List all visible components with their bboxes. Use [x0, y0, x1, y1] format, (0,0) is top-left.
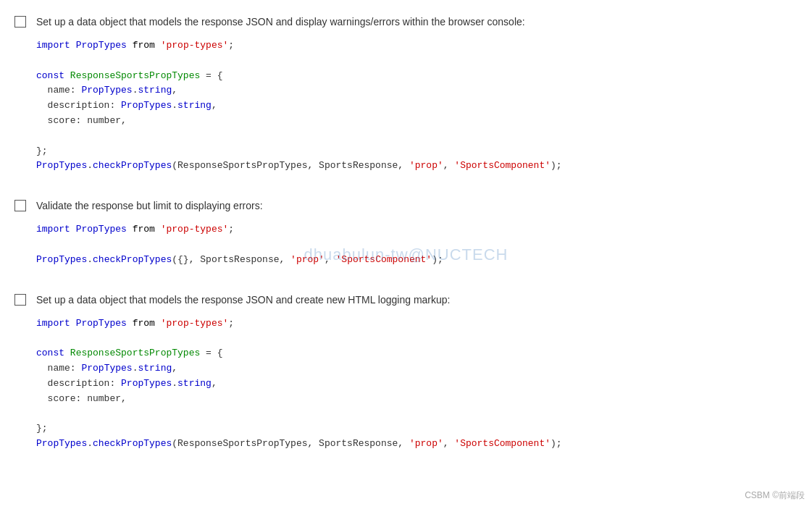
keyword-import: import — [36, 40, 70, 51]
string-arg-2: 'prop' — [409, 438, 443, 449]
code-line-1-0: import PropTypes from 'prop-types'; — [36, 38, 798, 54]
closing-brace: }; — [36, 423, 48, 434]
code-line-3-1 — [36, 331, 798, 346]
code-line-1-2: const ResponseSportsPropTypes = { — [36, 69, 798, 84]
arg-0: ResponseSportsPropTypes — [177, 160, 307, 171]
string-arg-3: 'SportsComponent' — [454, 160, 551, 171]
code-line-1-3: name: PropTypes.string, — [36, 83, 798, 98]
checkbox-1[interactable] — [14, 16, 26, 30]
question-text-1: Set up a data object that models the res… — [36, 14, 798, 30]
string-arg-2: 'prop' — [409, 160, 443, 171]
comma: , — [172, 85, 177, 96]
code-line-2-1 — [36, 237, 798, 253]
check-method: checkPropTypes — [93, 254, 172, 265]
code-block-3: import PropTypes from 'prop-types'; cons… — [36, 314, 798, 455]
code-line-1-1 — [36, 54, 798, 69]
indent — [36, 100, 48, 111]
prop-name: description: — [48, 378, 121, 389]
question-block-1: Set up a data object that models the res… — [14, 14, 798, 177]
close-paren-semi: ); — [551, 438, 562, 449]
prop-name: score: — [48, 115, 88, 126]
question-content-1: Set up a data object that models the res… — [36, 14, 798, 177]
comma: , — [212, 100, 217, 111]
question-content-2: Validate the response but limit to displ… — [36, 198, 798, 270]
identifier-responsesports: ResponseSportsPropTypes — [70, 70, 200, 81]
question-text-2: Validate the response but limit to displ… — [36, 198, 798, 214]
arg-0: ResponseSportsPropTypes — [177, 438, 307, 449]
empty-obj-arg: {} — [177, 254, 189, 265]
equals-brace: = { — [206, 348, 222, 358]
code-line-3-0: import PropTypes from 'prop-types'; — [36, 316, 798, 332]
proptypes-method: string — [177, 100, 212, 111]
closing-brace: }; — [36, 146, 48, 156]
string-prop-types: 'prop-types' — [161, 40, 229, 51]
checkbox-inner-1[interactable] — [14, 16, 26, 28]
code-line-2-2: PropTypes.checkPropTypes({}, SportsRespo… — [36, 253, 798, 268]
proptypes-method: string — [138, 363, 172, 374]
proptypes-ref: PropTypes — [121, 100, 172, 111]
keyword-from: from — [133, 40, 155, 51]
code-line-1-6 — [36, 129, 798, 144]
checkbox-3[interactable] — [14, 294, 26, 308]
keyword-from: from — [133, 318, 155, 329]
checkbox-inner-3[interactable] — [14, 294, 26, 306]
close-paren-semi: ); — [551, 160, 562, 171]
dot: . — [172, 378, 177, 389]
prop-name: name: — [48, 363, 82, 374]
semicolon: ; — [228, 40, 234, 51]
identifier-proptypes: PropTypes — [76, 318, 127, 329]
semicolon: ; — [228, 318, 234, 329]
check-dot: . — [87, 254, 93, 265]
code-line-1-8: PropTypes.checkPropTypes(ResponseSportsP… — [36, 159, 798, 174]
dot: . — [172, 100, 177, 111]
arg-1: SportsResponse — [319, 438, 398, 449]
code-line-3-2: const ResponseSportsPropTypes = { — [36, 346, 798, 361]
indent — [36, 363, 48, 374]
proptypes-check-ref: PropTypes — [36, 438, 87, 449]
checkbox-2[interactable] — [14, 200, 26, 214]
check-method: checkPropTypes — [93, 160, 172, 171]
arg-1: SportsResponse — [319, 160, 398, 171]
string-prop-types: 'prop-types' — [161, 318, 229, 329]
checkbox-inner-2[interactable] — [14, 200, 26, 211]
proptypes-ref: PropTypes — [81, 363, 132, 374]
string-arg-2: 'prop' — [290, 254, 325, 265]
prop-name: score: — [48, 393, 88, 404]
code-line-3-5: score: number, — [36, 392, 798, 407]
proptypes-method: string — [177, 378, 212, 389]
comma: , — [212, 378, 217, 389]
prop-value: number, — [87, 115, 127, 126]
string-arg-3: 'SportsComponent' — [336, 254, 432, 265]
proptypes-check-ref: PropTypes — [36, 160, 87, 171]
prop-name: name: — [48, 85, 82, 96]
code-line-1-7: }; — [36, 144, 798, 159]
keyword-import: import — [36, 318, 70, 329]
indent — [36, 85, 48, 96]
code-line-3-8: PropTypes.checkPropTypes(ResponseSportsP… — [36, 437, 798, 452]
question-block-3: Set up a data object that models the res… — [14, 293, 798, 455]
proptypes-method: string — [138, 85, 172, 96]
code-line-3-6 — [36, 406, 798, 421]
code-line-1-5: score: number, — [36, 114, 798, 129]
code-line-1-4: description: PropTypes.string, — [36, 98, 798, 114]
check-dot: . — [87, 438, 93, 449]
prop-name: description: — [48, 100, 121, 111]
check-method: checkPropTypes — [93, 438, 172, 449]
code-line-3-3: name: PropTypes.string, — [36, 361, 798, 377]
keyword-import: import — [36, 224, 70, 235]
code-line-3-4: description: PropTypes.string, — [36, 377, 798, 392]
code-block-2: import PropTypes from 'prop-types'; Prop… — [36, 219, 798, 270]
keyword-from: from — [133, 224, 155, 235]
code-line-2-0: import PropTypes from 'prop-types'; — [36, 222, 798, 237]
indent — [36, 378, 48, 389]
code-block-1: import PropTypes from 'prop-types'; cons… — [36, 35, 798, 177]
question-text-3: Set up a data object that models the res… — [36, 293, 798, 308]
prop-value: number, — [87, 393, 127, 404]
indent — [36, 393, 48, 404]
comma: , — [172, 363, 177, 374]
semicolon: ; — [228, 224, 234, 235]
keyword-const: const — [36, 70, 64, 81]
proptypes-check-ref: PropTypes — [36, 254, 87, 265]
string-arg-3: 'SportsComponent' — [454, 438, 551, 449]
proptypes-ref: PropTypes — [121, 378, 172, 389]
